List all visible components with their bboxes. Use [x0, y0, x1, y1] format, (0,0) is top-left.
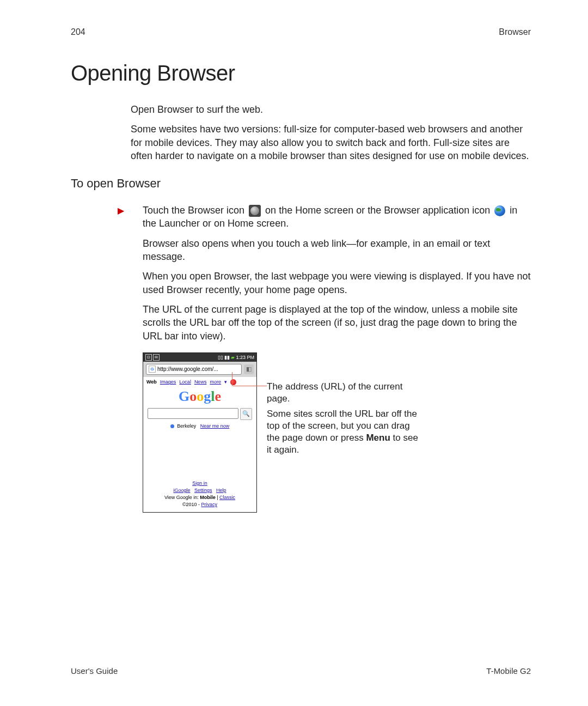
view-mobile: Mobile [200, 495, 216, 500]
location-dot-icon [170, 424, 174, 428]
footer-right: T-Mobile G2 [486, 666, 531, 675]
status-battery-icon: ▰ [231, 355, 235, 360]
search-row: 🔍 [143, 408, 256, 420]
figure-row: ⊡ ✉ ▯▯ ▮▮ ▰ 1:23 PM G http://www.google.… [143, 352, 531, 513]
subheading: To open Browser [71, 176, 531, 191]
figure-callout: The address (URL) of the current page. S… [267, 352, 425, 513]
intro-p2: Some websites have two versions: full-si… [131, 123, 531, 162]
bullet-icon: ▶ [118, 205, 124, 217]
search-input[interactable] [148, 408, 238, 419]
url-bar[interactable]: G http://www.google.com/... [146, 364, 242, 375]
status-mail-icon: ✉ [153, 354, 160, 361]
phone-screenshot: ⊡ ✉ ▯▯ ▮▮ ▰ 1:23 PM G http://www.google.… [143, 352, 257, 513]
bookmark-button[interactable]: ◧ [244, 364, 254, 374]
privacy-link[interactable]: Privacy [201, 502, 218, 507]
footer-left: User's Guide [71, 666, 118, 675]
phone-footer: Sign in iGoogle Settings Help View Googl… [143, 480, 256, 512]
nav-local[interactable]: Local [179, 379, 191, 385]
browser-globe-color-icon [494, 205, 505, 216]
callout-line2: Some sites scroll the URL bar off the to… [267, 408, 425, 456]
section-name: Browser [499, 27, 531, 37]
intro-p1: Open Browser to surf the web. [131, 103, 531, 116]
nav-apps-icon[interactable] [230, 379, 236, 385]
step-4: The URL of the current page is displayed… [143, 303, 531, 343]
step-2: Browser also opens when you touch a web … [143, 237, 531, 264]
step-1: Touch the Browser icon on the Home scree… [143, 204, 531, 230]
search-button[interactable]: 🔍 [240, 408, 252, 420]
page-header: 204 Browser [71, 27, 531, 37]
favicon-icon: G [149, 366, 156, 373]
intro-block: Open Browser to surf the web. Some websi… [131, 103, 531, 162]
near-me-link[interactable]: Near me now [200, 423, 230, 429]
nav-more[interactable]: more [210, 379, 221, 385]
google-logo: Google [143, 388, 256, 405]
igoogle-link[interactable]: iGoogle [173, 488, 190, 493]
view-classic-link[interactable]: Classic [219, 495, 235, 500]
status-3g-icon: ▯▯ [218, 355, 223, 360]
nav-news[interactable]: News [194, 379, 207, 385]
url-text: http://www.google.com/... [157, 366, 218, 372]
nav-dropdown-icon: ▾ [224, 379, 227, 385]
status-sdcard-icon: ⊡ [145, 354, 152, 361]
status-bar: ⊡ ✉ ▯▯ ▮▮ ▰ 1:23 PM [143, 353, 256, 362]
help-link[interactable]: Help [216, 488, 226, 493]
signin-link[interactable]: Sign in [192, 480, 207, 486]
browser-globe-dark-icon [249, 205, 261, 217]
nav-images[interactable]: Images [160, 379, 176, 385]
url-bar-row: G http://www.google.com/... ◧ [143, 362, 256, 377]
settings-link[interactable]: Settings [194, 488, 212, 493]
status-time: 1:23 PM [236, 355, 254, 360]
location-row: Berkeley Near me now [143, 423, 256, 429]
page-footer: User's Guide T-Mobile G2 [71, 666, 531, 675]
callout-line1: The address (URL) of the current page. [267, 381, 425, 405]
step-list: ▶ Touch the Browser icon on the Home scr… [131, 204, 531, 343]
magnifier-icon: 🔍 [242, 410, 250, 417]
page-number: 204 [71, 27, 85, 37]
step-3: When you open Browser, the last webpage … [143, 270, 531, 296]
status-signal-icon: ▮▮ [224, 355, 230, 360]
location-city: Berkeley [177, 423, 196, 429]
nav-web[interactable]: Web [146, 379, 157, 385]
page-title: Opening Browser [71, 61, 531, 86]
google-nav: Web Images Local News more ▾ [143, 377, 256, 386]
